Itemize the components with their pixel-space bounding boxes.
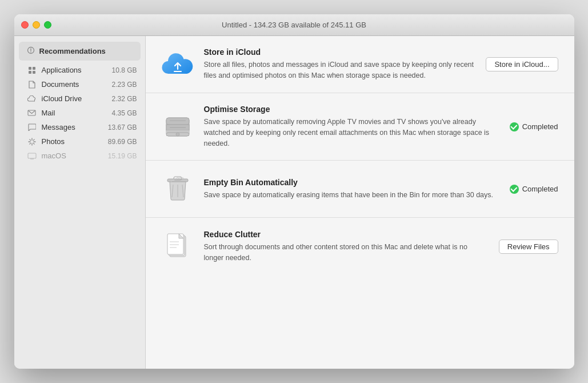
svg-line-12: [29, 139, 30, 140]
minimize-button[interactable]: [33, 21, 40, 29]
optimise-completed: Completed: [510, 122, 558, 131]
photos-label: Photos: [42, 137, 103, 146]
empty-bin-desc: Save space by automatically erasing item…: [204, 190, 499, 201]
svg-rect-6: [33, 71, 35, 74]
svg-rect-16: [28, 153, 36, 158]
card-optimise: Optimise Storage Save space by automatic…: [146, 93, 574, 161]
empty-bin-completed: Completed: [510, 185, 558, 194]
card-clutter: Reduce Clutter Sort through documents an…: [146, 218, 574, 275]
svg-point-2: [30, 51, 31, 53]
macos-icon: [27, 153, 37, 159]
sidebar-item-applications[interactable]: Applications 10.8 GB: [14, 63, 145, 77]
sidebar-header-label: Recommendations: [39, 47, 106, 55]
svg-point-29: [176, 133, 179, 136]
mail-icon: [27, 110, 37, 116]
icloud-drive-size: 2.32 GB: [111, 95, 137, 103]
clutter-title: Reduce Clutter: [204, 230, 489, 239]
recommendations-icon: [27, 46, 35, 56]
empty-bin-status: Completed: [522, 185, 558, 193]
sidebar-item-icloud-drive[interactable]: iCloud Drive 2.32 GB: [14, 91, 145, 106]
sidebar-item-macos[interactable]: macOS 15.19 GB: [14, 149, 145, 163]
macos-size: 15.19 GB: [108, 152, 137, 160]
main-content: Store in iCloud Store all files, photos …: [146, 36, 574, 369]
macos-label: macOS: [42, 151, 103, 160]
applications-size: 10.8 GB: [111, 66, 137, 74]
messages-label: Messages: [42, 123, 103, 131]
sidebar-item-documents[interactable]: Documents 2.23 GB: [14, 77, 145, 91]
applications-label: Applications: [42, 66, 107, 74]
optimise-status: Completed: [522, 122, 558, 131]
documents-label: Documents: [42, 80, 107, 89]
clutter-card-body: Reduce Clutter Sort through documents an…: [204, 230, 489, 264]
svg-line-13: [33, 143, 34, 144]
messages-size: 13.67 GB: [108, 123, 137, 131]
optimise-title: Optimise Storage: [204, 105, 499, 114]
documents-size: 2.23 GB: [111, 81, 137, 89]
empty-bin-action: Completed: [510, 185, 558, 194]
completed-dot-optimise: [510, 122, 519, 131]
svg-line-15: [29, 143, 30, 144]
empty-bin-title: Empty Bin Automatically: [204, 178, 499, 187]
mail-label: Mail: [42, 109, 107, 117]
review-files-button[interactable]: Review Files: [499, 240, 558, 254]
svg-rect-23: [166, 118, 189, 125]
window-content: Recommendations Applications 10.8 GB: [14, 36, 574, 369]
empty-bin-card-body: Empty Bin Automatically Save space by au…: [204, 178, 499, 201]
maximize-button[interactable]: [44, 21, 51, 29]
icloud-action: Store in iCloud...: [486, 57, 558, 71]
photos-size: 89.69 GB: [108, 138, 137, 146]
traffic-lights: [21, 21, 51, 29]
documents-icon: [27, 81, 37, 89]
icloud-drive-icon: [27, 95, 37, 102]
optimise-desc: Save space by automatically removing App…: [204, 117, 499, 149]
completed-dot-emptybin: [510, 185, 519, 194]
icloud-title: Store in iCloud: [204, 47, 476, 57]
sidebar: Recommendations Applications 10.8 GB: [14, 36, 146, 369]
photos-icon: [27, 138, 37, 146]
card-icloud: Store in iCloud Store all files, photos …: [146, 36, 574, 93]
messages-icon: [27, 123, 37, 131]
svg-rect-3: [29, 67, 31, 70]
window-title: Untitled - 134.23 GB available of 245.11…: [222, 21, 366, 29]
svg-rect-5: [29, 71, 31, 74]
store-icloud-button[interactable]: Store in iCloud...: [486, 57, 558, 71]
clutter-action: Review Files: [499, 240, 558, 254]
sidebar-item-mail[interactable]: Mail 4.35 GB: [14, 106, 145, 120]
doc-card-icon: [162, 230, 194, 262]
sidebar-header[interactable]: Recommendations: [19, 42, 141, 61]
titlebar: Untitled - 134.23 GB available of 245.11…: [14, 14, 574, 36]
sidebar-item-photos[interactable]: Photos 89.69 GB: [14, 134, 145, 149]
optimise-action: Completed: [510, 122, 558, 131]
icloud-drive-label: iCloud Drive: [42, 94, 107, 103]
sidebar-item-messages[interactable]: Messages 13.67 GB: [14, 120, 145, 134]
card-empty-bin: Empty Bin Automatically Save space by au…: [146, 161, 574, 218]
optimise-card-body: Optimise Storage Save space by automatic…: [204, 105, 499, 149]
icloud-desc: Store all files, photos and messages in …: [204, 59, 476, 81]
svg-line-14: [33, 139, 34, 140]
mail-size: 4.35 GB: [111, 109, 137, 117]
hdd-card-icon: [162, 111, 194, 143]
clutter-desc: Sort through documents and other content…: [204, 242, 489, 264]
main-window: Untitled - 134.23 GB available of 245.11…: [14, 14, 574, 369]
icloud-card-icon: [162, 49, 194, 81]
svg-rect-4: [33, 67, 35, 70]
close-button[interactable]: [21, 21, 29, 29]
applications-icon: [27, 66, 37, 74]
trash-card-icon: [162, 173, 194, 205]
icloud-card-body: Store in iCloud Store all files, photos …: [204, 47, 476, 81]
